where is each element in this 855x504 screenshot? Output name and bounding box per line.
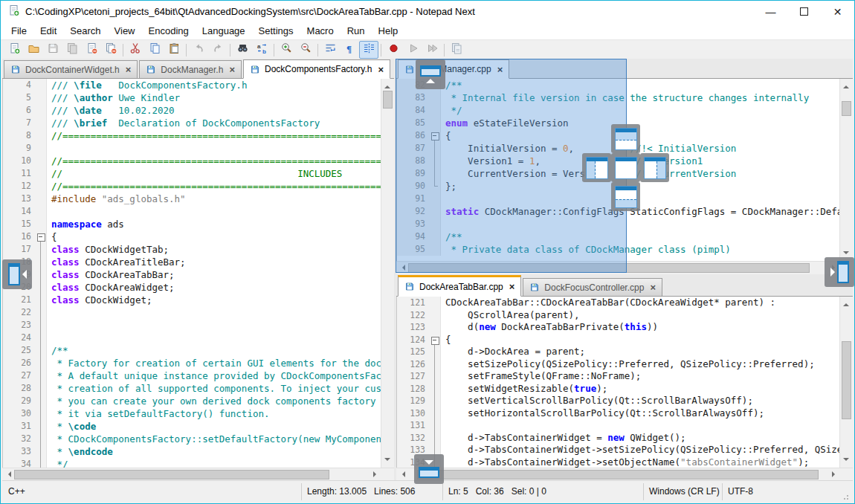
bottom-vertical-scrollbar[interactable] (839, 297, 853, 468)
zoom-out-button[interactable] (296, 41, 315, 59)
minimize-button[interactable]: — (754, 1, 787, 22)
dock-edge-top-indicator[interactable] (416, 59, 445, 89)
fold-collapse-icon[interactable] (37, 233, 45, 242)
paste-button[interactable] (164, 41, 184, 59)
maximize-button[interactable] (787, 1, 821, 22)
menu-item-file[interactable]: File (4, 22, 33, 39)
indent-guide-button[interactable] (359, 41, 378, 59)
fold-collapse-icon[interactable] (431, 337, 439, 345)
scrollbar-thumb[interactable] (842, 101, 851, 116)
dock-left-indicator[interactable] (582, 153, 611, 182)
resize-grip[interactable] (843, 493, 851, 500)
scrollbar-thumb[interactable] (14, 470, 329, 479)
redo-button[interactable] (208, 41, 228, 59)
tab-close-icon[interactable]: × (229, 65, 235, 74)
tab-dockfocuscontroller-cpp[interactable]: DockFocusController.cpp× (523, 278, 662, 296)
undo-button[interactable] (189, 41, 208, 59)
scroll-down-icon[interactable] (843, 251, 849, 257)
new-file-button[interactable] (4, 41, 24, 59)
zoom-in-button[interactable] (277, 41, 296, 59)
dock-edge-right-indicator[interactable] (825, 257, 854, 287)
cut-button[interactable] (126, 41, 145, 59)
scrollbar-thumb[interactable] (842, 341, 851, 419)
show-all-characters-button[interactable]: ¶ (340, 41, 359, 59)
record-macro-button[interactable] (384, 41, 403, 59)
dock-top-icon (615, 128, 637, 150)
dock-edge-bottom-indicator[interactable] (414, 454, 444, 484)
copy-button[interactable] (145, 41, 164, 59)
menu-item-language[interactable]: Language (196, 22, 252, 39)
code-line: 131 (397, 419, 840, 432)
maximize-icon (800, 7, 808, 16)
code-line: 5/// \author Uwe Kindler (3, 91, 381, 104)
close-all-button[interactable] (101, 41, 120, 59)
menu-item-search[interactable]: Search (63, 22, 107, 39)
code-line: 128 setWidgetResizable(true); (397, 383, 840, 395)
menu-item-run[interactable]: Run (341, 22, 372, 39)
tab-close-icon[interactable]: × (650, 282, 656, 292)
scroll-up-icon[interactable] (384, 83, 390, 88)
run-macro-multiple-button[interactable] (422, 41, 442, 59)
dock-right-indicator[interactable] (640, 153, 669, 182)
menu-item-help[interactable]: Help (372, 22, 405, 39)
scroll-left-icon[interactable] (5, 471, 11, 477)
fold-margin (36, 332, 47, 344)
word-wrap-button[interactable] (320, 41, 340, 59)
code-text: d->DockArea = parent; (441, 346, 840, 358)
tab-close-icon[interactable]: × (126, 65, 132, 74)
indent-guide-icon (363, 42, 375, 57)
menu-item-view[interactable]: View (108, 22, 142, 39)
arrow-up-icon (426, 79, 435, 83)
tab-close-icon[interactable]: × (509, 282, 515, 291)
scrollbar-thumb[interactable] (383, 91, 393, 109)
top-vertical-scrollbar[interactable] (839, 79, 853, 261)
code-text: CDockAreaTabBar::CDockAreaTabBar(CDockAr… (441, 297, 840, 309)
tab-dockmanager-h[interactable]: DockManager.h× (139, 60, 242, 78)
close-button[interactable]: ✕ (821, 1, 854, 22)
code-line: 133 d->TabsContainerWidget->setSizePolic… (397, 444, 840, 456)
save-all-button[interactable] (62, 41, 82, 59)
dock-center-indicator[interactable] (611, 153, 640, 182)
tab-dockareatabbar-cpp[interactable]: DockAreaTabBar.cpp× (398, 275, 521, 297)
fold-margin[interactable] (36, 230, 47, 243)
save-macro-button[interactable] (447, 41, 466, 59)
scroll-down-icon[interactable] (384, 458, 390, 464)
left-editor[interactable]: 4/// \file DockComponentsFactory.h5/// \… (2, 79, 394, 468)
dock-top-indicator[interactable] (611, 124, 640, 153)
menu-item-settings[interactable]: Settings (252, 22, 300, 39)
scrollbar-thumb[interactable] (417, 470, 819, 479)
code-text: * \code (47, 420, 381, 433)
left-vertical-scrollbar[interactable] (381, 79, 394, 468)
close-file-button[interactable] (82, 41, 101, 59)
play-macro-button[interactable] (403, 41, 422, 59)
mini-window-icon (419, 467, 439, 478)
scroll-left-icon[interactable] (399, 471, 405, 477)
save-file-button[interactable] (43, 41, 62, 59)
dock-edge-left-indicator[interactable] (2, 259, 32, 289)
bottom-horizontal-scrollbar[interactable] (396, 468, 853, 481)
scroll-up-icon[interactable] (843, 300, 849, 306)
menu-item-macro[interactable]: Macro (300, 22, 341, 39)
tab-label: DockContainerWidget.h (25, 65, 120, 75)
menu-item-edit[interactable]: Edit (33, 22, 63, 39)
dock-bottom-indicator[interactable] (611, 182, 640, 211)
line-number: 13 (3, 193, 36, 205)
tab-dockcomponentsfactory-h[interactable]: DockComponentsFactory.h× (243, 59, 390, 79)
tab-close-icon[interactable]: × (378, 65, 384, 74)
replace-button[interactable]: ab (252, 41, 271, 59)
scroll-up-icon[interactable] (843, 83, 849, 88)
find-button[interactable] (233, 41, 252, 59)
left-horizontal-scrollbar[interactable] (2, 468, 394, 481)
toolbar-separator (381, 44, 381, 56)
open-file-button[interactable] (24, 41, 43, 59)
line-number: 11 (3, 167, 36, 180)
scroll-down-icon[interactable] (843, 458, 849, 464)
scroll-right-icon[interactable] (373, 471, 379, 477)
scroll-right-icon[interactable] (832, 471, 838, 477)
code-text: d->TabsContainerWidget->setObjectName("t… (441, 456, 840, 468)
tab-dockcontainerwidget-h[interactable]: DockContainerWidget.h× (4, 60, 138, 78)
save-macro-icon (451, 42, 463, 57)
bottom-editor[interactable]: 121CDockAreaTabBar::CDockAreaTabBar(CDoc… (396, 297, 853, 468)
fold-margin[interactable] (430, 334, 441, 346)
menu-item-encoding[interactable]: Encoding (142, 22, 196, 39)
